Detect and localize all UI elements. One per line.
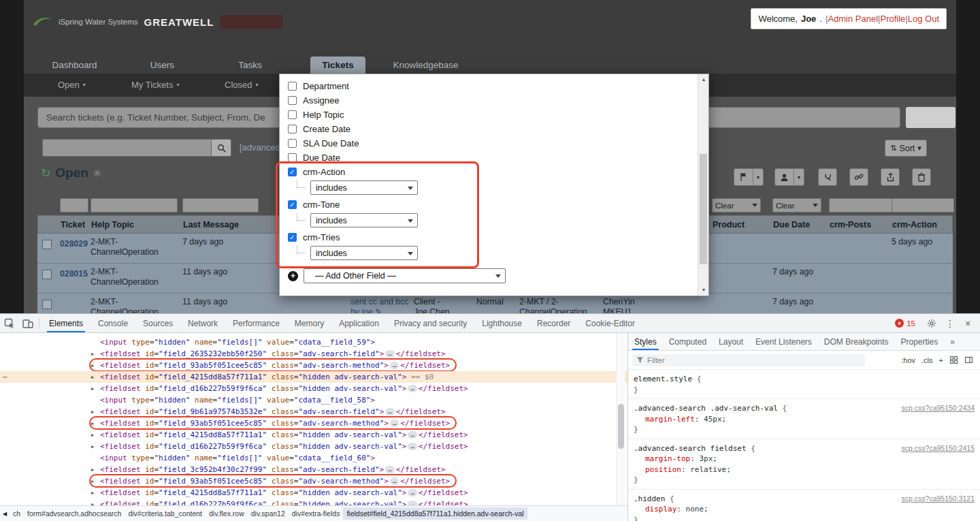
user-link-log-out[interactable]: Log Out <box>908 14 939 24</box>
close-icon[interactable]: × <box>960 318 976 329</box>
expand-inline-icon[interactable]: … <box>390 420 399 427</box>
dom-line[interactable]: ▶<fieldset id="field_d16b227b59f9f6ca" c… <box>0 383 627 394</box>
chevron-down-icon[interactable]: ▾ <box>753 174 763 180</box>
sidebar-tab-event-listeners[interactable]: Event Listeners <box>749 333 818 350</box>
gear-icon[interactable] <box>93 169 101 177</box>
nav-tab-knowledgebase[interactable]: Knowledgebase <box>382 54 470 74</box>
settings-gear-icon[interactable] <box>922 314 941 332</box>
queue-search-button[interactable] <box>211 139 231 157</box>
devtools-tab-performance[interactable]: Performance <box>225 314 287 332</box>
dom-line[interactable]: ▶<fieldset id="field_4215dd8a57f711a1" c… <box>0 487 627 499</box>
dialog-scrollbar[interactable]: ▲ ▼ <box>698 74 708 296</box>
breadcrumb-item[interactable]: form#advsearch.adhocsearch <box>24 507 125 520</box>
subnav-closed[interactable]: Closed▾ <box>225 80 258 90</box>
column-header-ticket[interactable]: Ticket <box>61 220 92 230</box>
dom-line[interactable]: <input type="hidden" name="fields[]" val… <box>0 336 627 348</box>
plus-circle-icon[interactable]: + <box>288 271 298 281</box>
user-link-profile[interactable]: Profile <box>880 14 905 24</box>
expand-arrow-icon[interactable]: ▶ <box>91 441 100 453</box>
style-control-hov[interactable]: :hov <box>901 356 915 364</box>
user-link-admin-panel[interactable]: Admin Panel <box>828 14 878 24</box>
column-header-crm_posts[interactable]: crm-Posts <box>830 220 892 230</box>
devtools-tab-elements[interactable]: Elements <box>42 314 91 332</box>
nav-tab-tickets[interactable]: Tickets <box>294 54 382 74</box>
field-checkbox[interactable] <box>288 82 297 91</box>
expand-arrow-icon[interactable]: ▶ <box>91 349 100 360</box>
stylesheet-link[interactable]: scp.css?ca95150:2434 <box>902 403 975 414</box>
sidebar-tab-styles[interactable]: Styles <box>628 333 663 350</box>
inspect-icon[interactable] <box>0 314 18 332</box>
sort-button[interactable]: ⇅ Sort ▾ <box>885 140 927 157</box>
dom-line[interactable]: ▶<fieldset id="field_4215dd8a57f711a1" c… <box>0 429 627 441</box>
expand-arrow-icon[interactable]: ▶ <box>91 430 100 441</box>
css-property[interactable]: position: relative; <box>634 464 975 475</box>
subnav-open[interactable]: Open▾ <box>58 80 86 90</box>
rule-selector[interactable]: element.style <box>634 375 692 383</box>
devtools-tab-network[interactable]: Network <box>180 314 225 332</box>
field-checkbox[interactable] <box>288 139 297 148</box>
field-checkbox[interactable] <box>288 96 297 105</box>
field-checkbox[interactable] <box>288 125 297 133</box>
column-header-help_topic[interactable]: Help Topic <box>91 220 177 230</box>
dom-line[interactable]: ▶<fieldset id="field_9b61a97574b3532e" c… <box>0 406 627 417</box>
method-select[interactable]: includes <box>310 180 418 195</box>
sidebar-tab-dom-breakpoints[interactable]: DOM Breakpoints <box>818 333 895 350</box>
styles-filter-input[interactable]: Filter <box>632 354 865 366</box>
column-filter-product[interactable]: Clear <box>712 198 761 212</box>
nav-tab-tasks[interactable]: Tasks <box>206 54 294 74</box>
error-badge[interactable]: × 15 <box>895 319 915 328</box>
scroll-up-icon[interactable]: ▲ <box>698 74 709 85</box>
breadcrumb-scroll-left-icon[interactable]: ◀ <box>0 511 10 517</box>
css-property[interactable]: margin-top: 3px; <box>634 454 975 464</box>
dom-line[interactable]: ▶<fieldset id="field_93ab5f051cee5c85" c… <box>0 417 627 429</box>
queue-search-input[interactable] <box>42 139 211 157</box>
style-control-cls[interactable]: .cls <box>921 356 933 364</box>
subnav-my-tickets[interactable]: My Tickets▾ <box>131 80 179 90</box>
field-checkbox[interactable]: ✓ <box>288 200 297 209</box>
column-header-due_date[interactable]: Due Date <box>773 220 828 230</box>
devtools-tab-recorder[interactable]: Recorder <box>529 314 578 332</box>
stylesheet-link[interactable]: scp.css?ca95150:3121 <box>902 494 975 505</box>
computed-grid-icon[interactable] <box>949 356 958 364</box>
devtools-tab-privacy-and-security[interactable]: Privacy and security <box>387 314 474 332</box>
column-filter-crm_action[interactable] <box>892 198 954 212</box>
add-field-select[interactable]: — Add Other Field — <box>304 268 506 283</box>
merge-button[interactable] <box>818 168 837 186</box>
dom-line[interactable]: ▶<fieldset id="field_d16b227b59f9f6ca" c… <box>0 441 627 452</box>
breadcrumb-item[interactable]: div#criteria.tab_content <box>125 507 206 520</box>
devtools-tab-console[interactable]: Console <box>91 314 135 332</box>
devtools-tab-sources[interactable]: Sources <box>135 314 180 332</box>
sidebar-tab-computed[interactable]: Computed <box>663 333 713 350</box>
expand-inline-icon[interactable]: … <box>385 350 394 358</box>
dom-line[interactable]: ▶<fieldset id="field_3c952b4f30c27f99" c… <box>0 464 627 475</box>
field-checkbox[interactable]: ✓ <box>288 233 297 242</box>
device-toolbar-icon[interactable] <box>18 314 37 332</box>
rule-selector[interactable]: .hidden <box>634 494 665 503</box>
devtools-tab-memory[interactable]: Memory <box>287 314 331 332</box>
nav-tab-dashboard[interactable]: Dashboard <box>31 54 118 74</box>
breadcrumb-item[interactable]: div.flex.row <box>206 507 248 520</box>
search-button[interactable] <box>906 107 956 128</box>
expand-arrow-icon[interactable]: ▶ <box>91 418 100 430</box>
breadcrumb-item[interactable]: div.span12 <box>248 507 289 520</box>
scroll-down-icon[interactable]: ▼ <box>698 285 709 296</box>
css-property[interactable]: display: none; <box>634 504 975 515</box>
refresh-icon[interactable]: ↻ <box>41 166 50 180</box>
scrollbar-thumb[interactable] <box>700 154 707 264</box>
expand-inline-icon[interactable]: … <box>385 466 394 473</box>
expand-arrow-icon[interactable]: ▶ <box>91 464 100 476</box>
column-filter-last_message[interactable] <box>182 198 259 212</box>
flag-button[interactable]: ▾ <box>734 168 764 186</box>
sidebar-tab-layout[interactable]: Layout <box>713 333 749 350</box>
more-actions-icon[interactable]: ⋯ <box>3 371 8 383</box>
column-header-crm_action[interactable]: crm-Action <box>892 220 953 230</box>
rule-selector[interactable]: .advanced-search .adv-search-val <box>634 404 778 413</box>
scrollbar-thumb[interactable] <box>618 404 624 449</box>
devtools-tab-lighthouse[interactable]: Lighthouse <box>474 314 529 332</box>
expand-arrow-icon[interactable]: ▶ <box>91 499 100 505</box>
expand-inline-icon[interactable]: … <box>408 431 416 439</box>
dom-line[interactable]: <input type="hidden" name="fields[]" val… <box>0 394 627 406</box>
expand-inline-icon[interactable]: … <box>390 362 399 369</box>
dom-line[interactable]: ▶<fieldset id="field_d16b227b59f9f6ca" c… <box>0 499 627 505</box>
cell-subject[interactable]: sent cc and bcc by joe ✎ <box>350 297 416 313</box>
